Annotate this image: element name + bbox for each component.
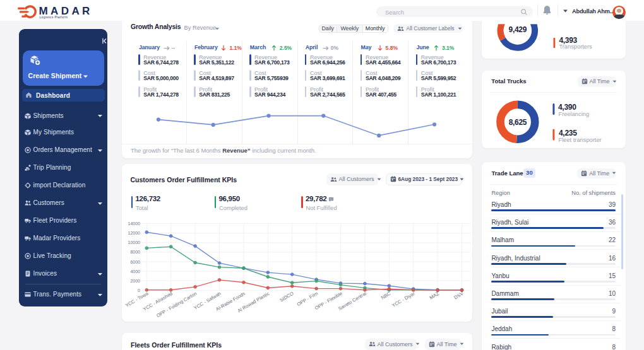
svg-text:4000: 4000 [130, 269, 140, 274]
svg-text:MAZ: MAZ [428, 291, 440, 301]
svg-text:8000: 8000 [130, 250, 140, 254]
svg-text:Transporters: Transporters [559, 44, 592, 50]
svg-text:OPP - Folding Carton: OPP - Folding Carton [155, 291, 198, 319]
svg-text:Freelancing: Freelancing [558, 110, 589, 117]
svg-text:YCC - Diyar: YCC - Diyar [391, 291, 416, 309]
svg-text:4,390: 4,390 [558, 102, 576, 111]
svg-text:14000: 14000 [128, 221, 140, 226]
svg-text:9,429: 9,429 [508, 25, 527, 34]
svg-text:NBC: NBC [379, 291, 391, 301]
svg-text:DSV: DSV [453, 290, 465, 300]
svg-text:12000: 12000 [128, 231, 140, 235]
svg-text:8,625: 8,625 [508, 117, 527, 126]
svg-text:SIDCO: SIDCO [278, 291, 294, 303]
svg-text:Fleet transporter: Fleet transporter [558, 136, 601, 143]
svg-text:2000: 2000 [130, 279, 140, 283]
svg-text:6000: 6000 [130, 260, 140, 264]
svg-text:10000: 10000 [128, 240, 140, 245]
svg-text:Logistics Platform: Logistics Platform [40, 16, 68, 19]
svg-text:0: 0 [138, 288, 140, 293]
